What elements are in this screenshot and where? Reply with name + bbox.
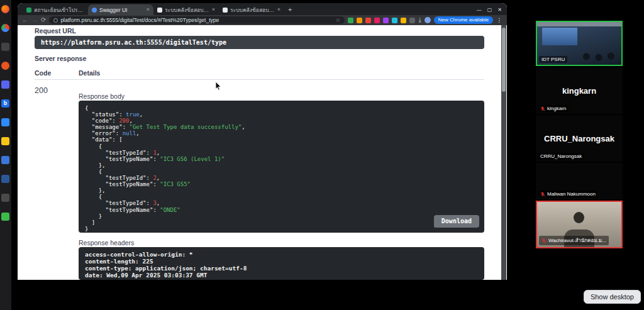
video-tile-kingkarn[interactable]: kingkarn kingkarn (536, 67, 623, 114)
tab-strip: สถานะย้อนเข้าโปรแกรม-ประชุม_ค Swagger UI… (18, 3, 507, 15)
chrome-icon[interactable] (1, 24, 9, 32)
bluemail-icon[interactable]: b (1, 99, 9, 108)
tab-exam-bank-2[interactable]: ระบบคลังข้อสอบกลาง Digi × (219, 4, 284, 15)
navy-app-icon[interactable] (1, 175, 9, 183)
muted-mic-icon (540, 106, 545, 111)
participant-label: Maliwan Nakummoon (538, 191, 598, 197)
tab-title: ระบบคลังข้อสอบกลาง Digi (230, 6, 275, 14)
server-response-label: Server response (35, 55, 86, 62)
scrollbar-thumb[interactable] (502, 28, 506, 92)
browser-window: สถานะย้อนเข้าโปรแกรม-ประชุม_ค Swagger UI… (18, 3, 507, 280)
show-desktop-button[interactable]: Show desktop (584, 290, 641, 304)
dock: b (0, 0, 11, 310)
muted-mic-icon (540, 192, 545, 197)
tab-swagger-ui[interactable]: Swagger UI × (88, 4, 153, 15)
green-app-icon[interactable] (1, 213, 9, 221)
url-text: platform.psru.ac.th:5555/digitalTest/doc… (60, 17, 333, 23)
firefox-icon[interactable] (1, 5, 9, 13)
blue-app-icon[interactable] (1, 156, 9, 164)
download-button[interactable]: Download (434, 215, 479, 228)
participant-name: Maliwan Nakummoon (547, 191, 596, 197)
bookmark-star-icon[interactable]: ☆ (335, 17, 340, 23)
site-info-icon[interactable] (53, 18, 58, 23)
video-tile-crru-narongsak[interactable]: CRRU_Narongsak CRRU_Narongsak (536, 115, 623, 162)
downloads-icon[interactable]: ⤓ (418, 17, 421, 23)
video-frame-decor (542, 28, 577, 45)
participant-label: kingkarn (538, 105, 569, 112)
address-bar[interactable]: platform.psru.ac.th:5555/digitalTest/doc… (49, 16, 345, 24)
tab-title: Swagger UI (99, 7, 144, 13)
extensions-puzzle-icon[interactable] (409, 18, 415, 23)
details-column-header: Details (79, 69, 100, 77)
response-body-label: Response body (79, 92, 125, 100)
zoom-icon[interactable] (1, 118, 9, 126)
page-favicon-icon (157, 8, 162, 13)
participant-label: IDT PSRU (539, 56, 567, 63)
ubuntu-software-icon[interactable] (1, 62, 9, 70)
minimize-window-icon[interactable]: — (477, 7, 482, 13)
extension-icon-2[interactable] (357, 18, 362, 23)
close-tab-icon[interactable]: × (277, 7, 280, 13)
browser-toolbar: ← → ⟳ platform.psru.ac.th:5555/digitalTe… (18, 15, 507, 25)
swagger-page: Request URL https://platform.psru.ac.th:… (18, 25, 507, 280)
extension-icon-5[interactable] (383, 18, 389, 23)
request-url-label: Request URL (35, 27, 76, 35)
new-tab-button[interactable]: + (288, 6, 292, 13)
participant-label: CRRU_Narongsak (538, 153, 584, 160)
header-divider (35, 79, 484, 80)
extension-icon-4[interactable] (374, 18, 380, 23)
participant-name: IDT PSRU (541, 57, 565, 62)
video-tile-wachiravut[interactable]: Wachiravut-สำนักคอม.ม... (536, 201, 623, 248)
extension-icon-1[interactable] (348, 18, 353, 23)
video-tile-maliwan[interactable]: Maliwan Nakummoon (536, 163, 623, 199)
tab-title: ระบบคลังข้อสอบกลาง Digi (165, 6, 209, 14)
dark-app-icon[interactable] (1, 194, 9, 202)
participant-name: kingkarn (547, 106, 566, 111)
response-body-json: { "status": true, "code": 200, "message"… (85, 105, 478, 232)
close-window-icon[interactable]: ✕ (497, 7, 502, 13)
tab-title: สถานะย้อนเข้าโปรแกรม-ประชุม_ค (34, 6, 84, 14)
discord-icon[interactable] (1, 80, 9, 89)
swagger-favicon-icon (92, 8, 97, 13)
window-controls: — ▢ ✕ (477, 7, 507, 15)
browser-menu-icon[interactable]: ⋮ (496, 17, 502, 23)
maximize-window-icon[interactable]: ▢ (487, 7, 492, 13)
extension-icon-6[interactable] (392, 18, 397, 23)
tab-exam-bank-1[interactable]: ระบบคลังข้อสอบกลาง Digi × (153, 4, 219, 15)
desktop: b สถานะย้อนเข้าโปรแกรม-ประชุม_ค Swagger … (0, 0, 644, 310)
response-body-block: { "status": true, "code": 200, "message"… (79, 101, 484, 233)
muted-mic-icon (541, 238, 547, 243)
chrome-update-badge[interactable]: New Chrome available (434, 16, 493, 24)
video-frame-decor (537, 22, 621, 26)
status-code: 200 (35, 86, 48, 95)
page-scrollbar[interactable] (501, 25, 506, 280)
meeting-panel: IDT PSRU kingkarn kingkarn CRRU_Narongsa… (536, 21, 623, 250)
code-column-header: Code (35, 69, 51, 77)
mouse-cursor (215, 82, 222, 91)
participant-label: Wachiravut-สำนักคอม.ม... (539, 236, 609, 245)
back-icon[interactable]: ← (22, 17, 28, 23)
response-headers-text: access-control-allow-origin: * content-l… (85, 251, 478, 280)
video-frame-decor (574, 212, 584, 223)
terminal-icon[interactable] (1, 43, 9, 51)
reload-icon[interactable]: ⟳ (41, 17, 46, 23)
page-favicon-icon (223, 8, 228, 13)
profile-avatar[interactable] (425, 17, 431, 23)
close-tab-icon[interactable]: × (147, 7, 150, 13)
response-headers-block: access-control-allow-origin: * content-l… (79, 247, 484, 280)
response-headers-label: Response headers (79, 239, 134, 246)
sheets-favicon-icon (26, 8, 31, 13)
request-url-value: https://platform.psru.ac.th:5555/digital… (35, 36, 484, 49)
close-tab-icon[interactable]: × (212, 7, 215, 13)
participant-name: CRRU_Narongsak (540, 153, 582, 159)
extension-icon-3[interactable] (365, 18, 371, 23)
notes-icon[interactable] (1, 137, 9, 145)
video-tile-idt-psru[interactable]: IDT PSRU (536, 21, 623, 66)
forward-icon[interactable]: → (31, 17, 38, 23)
tab-sheets[interactable]: สถานะย้อนเข้าโปรแกรม-ประชุม_ค (23, 4, 88, 15)
participant-name: Wachiravut-สำนักคอม.ม... (548, 236, 606, 245)
video-frame-decor (581, 52, 616, 61)
extension-icon-7[interactable] (401, 18, 406, 23)
